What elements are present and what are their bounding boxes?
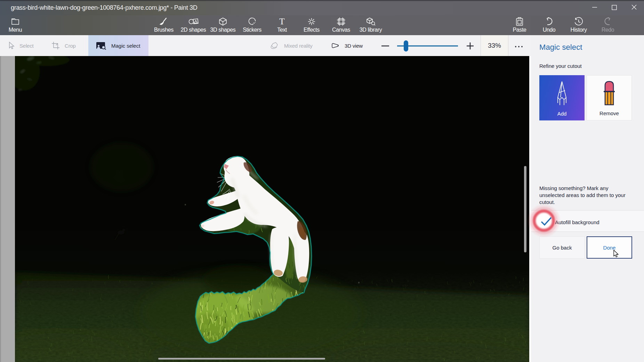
svg-text:T: T (279, 17, 284, 26)
